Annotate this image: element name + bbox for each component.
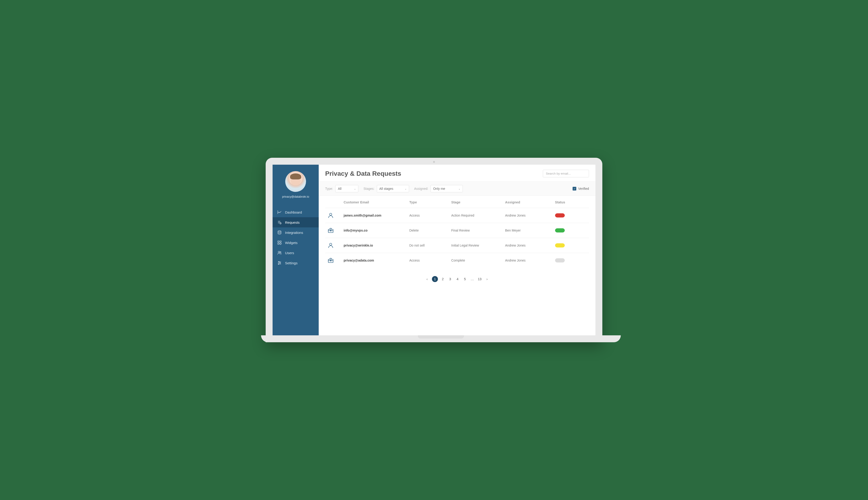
- filter-stages-select[interactable]: All stages ⌄: [377, 185, 409, 192]
- profile-email: privacy@databrokr.io: [273, 195, 319, 198]
- page-number[interactable]: 2: [440, 277, 445, 281]
- filter-assigned-group: Assigned: Only me ⌄: [414, 185, 463, 192]
- users-icon: [277, 250, 282, 255]
- cell-assigned: Andrew Jones: [505, 259, 552, 262]
- svg-point-9: [278, 251, 280, 253]
- person-icon: [328, 242, 334, 249]
- avatar[interactable]: [285, 171, 306, 192]
- filter-assigned-label: Assigned:: [414, 187, 428, 191]
- filter-stages-group: Stages: All stages ⌄: [363, 185, 409, 192]
- briefcase-icon: [328, 257, 334, 264]
- cell-type: Delete: [409, 229, 449, 232]
- table-row[interactable]: privacy@adata.comAccessCompleteAndrew Jo…: [325, 253, 589, 268]
- filter-stages-value: All stages: [379, 187, 393, 191]
- page-next[interactable]: ›: [484, 277, 490, 281]
- cell-assigned: Andrew Jones: [505, 214, 552, 217]
- page-number[interactable]: 13: [477, 277, 482, 281]
- profile-block: privacy@databrokr.io: [273, 165, 319, 202]
- briefcase-icon: [328, 227, 334, 234]
- cell-stage: Action Required: [451, 214, 503, 217]
- cell-status: [555, 213, 587, 217]
- cell-type: Access: [409, 259, 449, 262]
- sidebar-item-label: Widgets: [285, 241, 297, 245]
- cell-assigned: Ben Meyer: [505, 229, 552, 232]
- chevron-down-icon: ⌄: [354, 188, 356, 190]
- filter-verified-group: ✓ Verified: [573, 187, 589, 191]
- requests-table: Customer Email Type Stage Assigned Statu…: [319, 196, 595, 268]
- status-pill: [555, 213, 565, 217]
- page-number[interactable]: 5: [462, 277, 467, 281]
- page-ellipsis: …: [470, 277, 475, 281]
- table-row[interactable]: info@myvps.coDeleteFinal ReviewBen Meyer: [325, 223, 589, 238]
- sidebar-item-dashboard[interactable]: Dashboard: [273, 207, 319, 217]
- cell-stage: Complete: [451, 259, 503, 262]
- svg-point-21: [330, 243, 332, 246]
- sidebar-item-users[interactable]: Users: [273, 248, 319, 258]
- grid-icon: [277, 240, 282, 245]
- filter-type-label: Type:: [325, 187, 333, 191]
- svg-point-10: [280, 252, 281, 253]
- filter-bar: Type: All ⌄ Stages: All stages ⌄ Assigne…: [319, 182, 595, 196]
- cell-status: [555, 243, 587, 248]
- cell-email: privacy@wrinkle.io: [344, 243, 407, 247]
- search-input[interactable]: [543, 170, 589, 177]
- verified-checkbox[interactable]: ✓: [573, 187, 576, 191]
- chevron-down-icon: ⌄: [405, 188, 407, 190]
- page-prev[interactable]: ‹: [424, 277, 430, 281]
- cell-email: james.smith@gmail.com: [344, 214, 407, 217]
- page-title: Privacy & Data Requests: [325, 170, 401, 177]
- sidebar-nav: Dashboard Requests Integrations: [273, 207, 319, 268]
- page-number[interactable]: 3: [448, 277, 453, 281]
- table-row[interactable]: privacy@wrinkle.ioDo not sellInitial Leg…: [325, 238, 589, 253]
- filter-type-value: All: [338, 187, 342, 191]
- sidebar-item-label: Dashboard: [285, 210, 302, 214]
- sidebar-item-label: Integrations: [285, 231, 303, 235]
- list-clock-icon: [277, 220, 282, 225]
- col-header-status: Status: [555, 201, 587, 204]
- filter-stages-label: Stages:: [363, 187, 374, 191]
- app-screen: privacy@databrokr.io Dashboard Requests: [273, 165, 595, 335]
- svg-point-17: [330, 213, 332, 215]
- page-number[interactable]: 4: [455, 277, 460, 281]
- table-header-row: Customer Email Type Stage Assigned Statu…: [325, 196, 589, 208]
- laptop-notch: [418, 335, 464, 339]
- svg-point-4: [278, 231, 281, 232]
- cell-stage: Initial Legal Review: [451, 243, 503, 247]
- filter-assigned-select[interactable]: Only me ⌄: [431, 185, 463, 192]
- cell-email: info@myvps.co: [344, 229, 407, 232]
- sidebar-item-widgets[interactable]: Widgets: [273, 238, 319, 248]
- page-number[interactable]: 1: [432, 276, 438, 282]
- col-header-type: Type: [409, 201, 449, 204]
- database-icon: [277, 230, 282, 235]
- sidebar-item-integrations[interactable]: Integrations: [273, 227, 319, 238]
- svg-rect-5: [278, 241, 279, 242]
- filter-assigned-value: Only me: [433, 187, 445, 191]
- chevron-down-icon: ⌄: [458, 188, 460, 190]
- sidebar-item-settings[interactable]: Settings: [273, 258, 319, 268]
- col-header-email: Customer Email: [344, 201, 407, 204]
- camera-dot: [433, 161, 435, 163]
- status-pill: [555, 228, 565, 232]
- sidebar-item-label: Settings: [285, 261, 297, 265]
- cell-status: [555, 258, 587, 262]
- sidebar-item-label: Requests: [285, 220, 299, 224]
- verified-label: Verified: [578, 187, 589, 191]
- status-pill: [555, 258, 565, 262]
- laptop-frame: privacy@databrokr.io Dashboard Requests: [266, 158, 602, 342]
- sidebar: privacy@databrokr.io Dashboard Requests: [273, 165, 319, 335]
- cell-type: Access: [409, 214, 449, 217]
- cell-stage: Final Review: [451, 229, 503, 232]
- table-row[interactable]: james.smith@gmail.comAccessAction Requir…: [325, 208, 589, 223]
- sidebar-item-label: Users: [285, 251, 294, 255]
- cell-status: [555, 228, 587, 232]
- page-header: Privacy & Data Requests: [319, 165, 595, 182]
- filter-type-select[interactable]: All ⌄: [335, 185, 358, 192]
- pagination: ‹ 12345…13 ›: [319, 268, 595, 291]
- col-header-assigned: Assigned: [505, 201, 552, 204]
- sidebar-item-requests[interactable]: Requests: [273, 217, 319, 227]
- status-pill: [555, 243, 565, 248]
- person-icon: [328, 212, 334, 219]
- svg-rect-7: [278, 243, 279, 245]
- sliders-icon: [277, 261, 282, 265]
- col-header-stage: Stage: [451, 201, 503, 204]
